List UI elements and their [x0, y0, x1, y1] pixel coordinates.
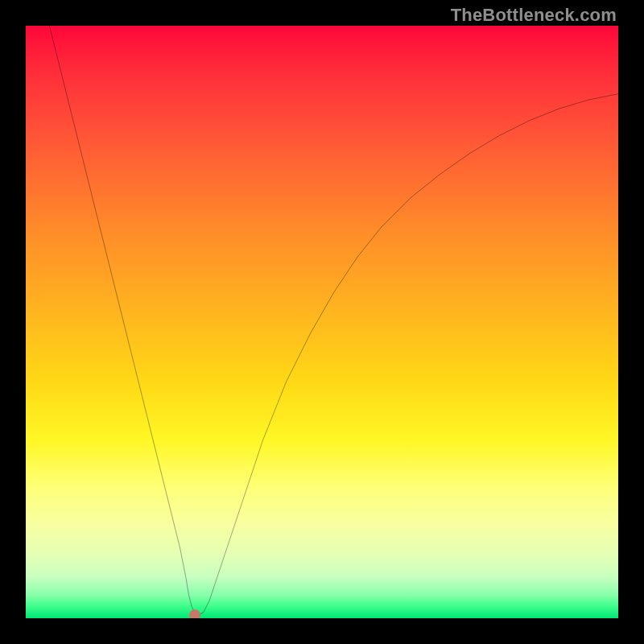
chart-area	[26, 26, 618, 618]
watermark-text: TheBottleneck.com	[451, 5, 617, 26]
curve-layer	[26, 26, 618, 618]
minimum-marker-dot	[189, 609, 200, 618]
bottleneck-curve	[26, 26, 618, 618]
